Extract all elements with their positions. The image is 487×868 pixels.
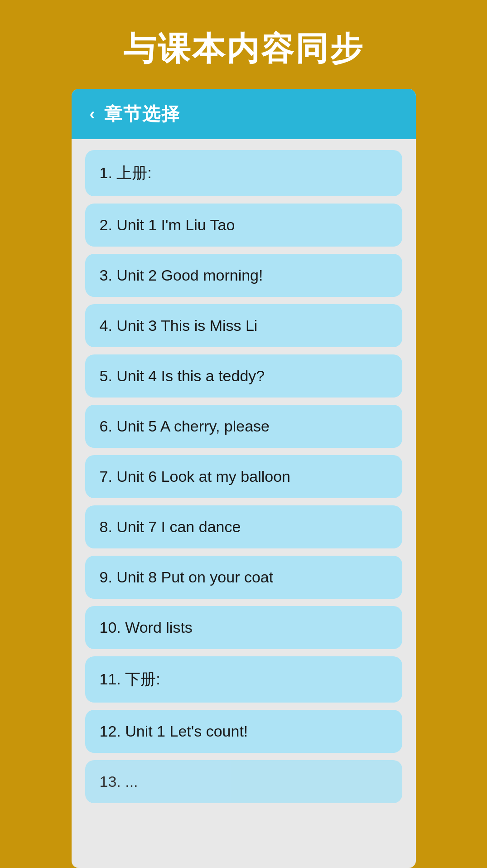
list-item[interactable]: 1. 上册: [85, 150, 402, 196]
list-item[interactable]: 11. 下册: [85, 656, 402, 703]
card-header-title: 章节选择 [104, 102, 180, 126]
card-header: ‹ 章节选择 [72, 89, 416, 139]
back-icon[interactable]: ‹ [90, 106, 95, 122]
list-item[interactable]: 12. Unit 1 Let's count! [85, 710, 402, 753]
page-title: 与课本内容同步 [123, 27, 364, 71]
chapter-list: 1. 上册:2. Unit 1 I'm Liu Tao3. Unit 2 Goo… [72, 139, 416, 814]
list-item[interactable]: 9. Unit 8 Put on your coat [85, 556, 402, 599]
list-item[interactable]: 8. Unit 7 I can dance [85, 505, 402, 548]
list-item[interactable]: 13. ... [85, 760, 402, 803]
chapter-card: ‹ 章节选择 1. 上册:2. Unit 1 I'm Liu Tao3. Uni… [72, 89, 416, 868]
list-item[interactable]: 7. Unit 6 Look at my balloon [85, 455, 402, 498]
list-item[interactable]: 3. Unit 2 Good morning! [85, 254, 402, 297]
list-item[interactable]: 10. Word lists [85, 606, 402, 649]
list-item[interactable]: 4. Unit 3 This is Miss Li [85, 304, 402, 347]
list-item[interactable]: 2. Unit 1 I'm Liu Tao [85, 204, 402, 247]
list-item[interactable]: 6. Unit 5 A cherry, please [85, 405, 402, 448]
list-item[interactable]: 5. Unit 4 Is this a teddy? [85, 354, 402, 398]
